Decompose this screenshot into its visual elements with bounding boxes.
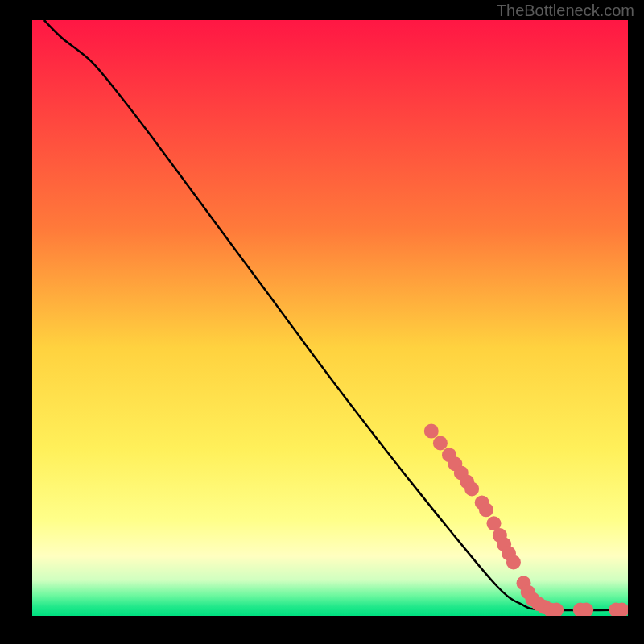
plot-area	[32, 20, 628, 616]
data-marker	[433, 436, 448, 450]
gradient-background	[32, 20, 628, 616]
data-marker	[424, 424, 439, 439]
chart-frame: TheBottleneck.com	[0, 0, 644, 644]
data-marker	[464, 481, 479, 496]
chart-svg	[32, 20, 628, 616]
data-marker	[479, 502, 493, 517]
data-marker	[506, 555, 521, 569]
watermark-text: TheBottleneck.com	[497, 2, 634, 20]
